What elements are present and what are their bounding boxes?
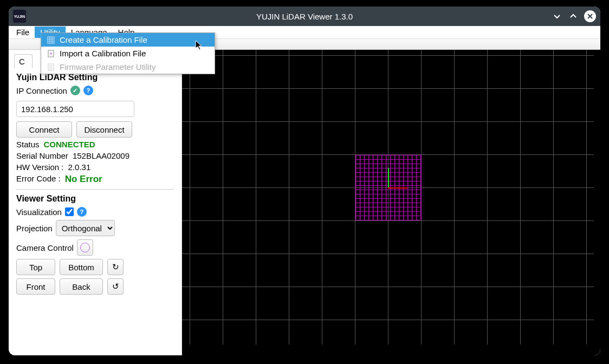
disconnect-button[interactable]: Disconnect (76, 121, 132, 138)
camera-control-label: Camera Control (16, 243, 74, 252)
titlebar: YUJIN YUJIN LiDAR Viewer 1.3.0 (9, 6, 600, 26)
close-button[interactable] (584, 10, 596, 22)
window-controls (552, 10, 596, 22)
maximize-button[interactable] (568, 11, 579, 22)
help-icon[interactable]: ? (77, 207, 87, 217)
3d-viewport[interactable] (182, 50, 600, 355)
camera-front-button[interactable]: Front (16, 278, 55, 295)
camera-back-button[interactable]: Back (60, 278, 103, 295)
app-logo: YUJIN (13, 10, 26, 23)
grid-layer (182, 50, 600, 355)
ip-connection-label: IP Connection (16, 86, 67, 95)
serial-label: Serial Number (16, 151, 68, 160)
divider (16, 189, 174, 190)
visualization-label: Visualization (16, 207, 62, 217)
error-code-label: Error Code : (16, 174, 61, 185)
hw-version-label: HW Version : (16, 162, 64, 172)
viewer-setting-title: Viewer Setting (16, 194, 174, 204)
rotate-ccw-button[interactable]: ↺ (107, 278, 124, 295)
sidebar-tab[interactable]: C (14, 54, 33, 68)
status-value: CONNECTED (44, 140, 95, 149)
rotate-cw-icon: ↻ (112, 262, 119, 272)
minimize-button[interactable] (552, 11, 562, 22)
camera-reset-button[interactable] (77, 239, 93, 256)
status-label: Status (16, 140, 40, 149)
projection-select[interactable]: Orthogonal (56, 220, 115, 236)
import-file-icon (47, 49, 55, 58)
projection-label: Projection (16, 224, 53, 233)
camera-top-button[interactable]: Top (16, 259, 55, 275)
x-axis-indicator (388, 187, 407, 188)
rotate-icon (80, 243, 90, 252)
connection-status-icon: ✓ (70, 86, 80, 95)
hw-version-value: 2.0.31 (68, 162, 91, 172)
help-icon[interactable]: ? (83, 86, 93, 95)
ip-input[interactable] (16, 101, 134, 117)
error-code-value: No Error (65, 174, 102, 185)
content: C Yujin LiDAR Setting IP Connection ✓ ? … (9, 50, 600, 355)
svg-rect-0 (48, 37, 54, 43)
rotate-ccw-icon: ↺ (112, 282, 119, 291)
rotate-cw-button[interactable]: ↻ (107, 259, 124, 275)
serial-value: 152BLAA02009 (73, 151, 129, 160)
camera-bottom-button[interactable]: Bottom (60, 259, 103, 275)
visualization-checkbox[interactable] (65, 207, 74, 216)
y-axis-indicator (388, 168, 389, 187)
menu-import-calibration[interactable]: Import a Calibration File (41, 47, 215, 60)
sidebar: C Yujin LiDAR Setting IP Connection ✓ ? … (9, 50, 182, 355)
utility-dropdown: Create a Calibration File Import a Calib… (41, 32, 215, 74)
connect-button[interactable]: Connect (16, 121, 72, 138)
menu-file[interactable]: File (11, 27, 35, 38)
window-title: YUJIN LiDAR Viewer 1.3.0 (256, 12, 353, 21)
grid-icon (47, 36, 55, 44)
menu-create-calibration[interactable]: Create a Calibration File (41, 33, 215, 47)
document-icon (47, 63, 55, 72)
menu-firmware-utility: Firmware Parameter Utility (41, 60, 215, 74)
